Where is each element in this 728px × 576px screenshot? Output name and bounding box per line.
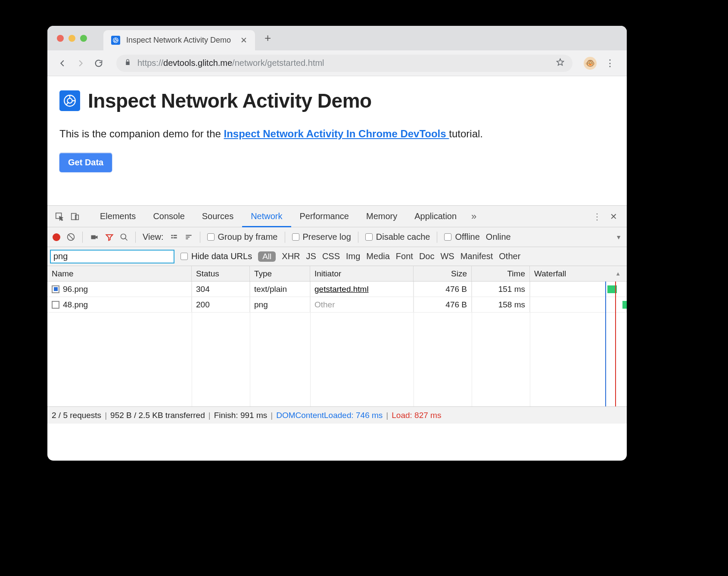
close-window-button[interactable]	[57, 35, 64, 42]
svg-rect-15	[186, 236, 190, 237]
traffic-lights	[57, 35, 87, 42]
url-text: https://devtools.glitch.me/network/getst…	[137, 58, 324, 68]
col-status[interactable]: Status	[192, 266, 250, 281]
camera-icon[interactable]	[90, 233, 99, 241]
filter-css[interactable]: CSS	[322, 251, 340, 261]
group-by-frame-checkbox[interactable]: Group by frame	[207, 232, 278, 242]
filter-js[interactable]: JS	[306, 251, 316, 261]
reload-button[interactable]	[92, 57, 105, 70]
tab-elements[interactable]: Elements	[91, 206, 144, 227]
devtools-tabs: Elements Console Sources Network Perform…	[47, 206, 627, 227]
filter-img[interactable]: Img	[346, 251, 360, 261]
close-tab-icon[interactable]: ✕	[240, 35, 247, 45]
filter-manifest[interactable]: Manifest	[460, 251, 493, 261]
table-row[interactable]: 96.png 304 text/plain getstarted.html 47…	[47, 282, 627, 297]
record-button[interactable]	[53, 233, 60, 241]
col-size[interactable]: Size	[414, 266, 472, 281]
page-heading: Inspect Network Activity Demo	[88, 89, 372, 112]
col-type[interactable]: Type	[250, 266, 310, 281]
sb-transferred: 952 B / 2.5 KB transferred	[110, 411, 205, 420]
svg-rect-12	[171, 237, 173, 238]
grid-header: Name Status Type Initiator Size Time Wat…	[47, 266, 627, 282]
tab-console[interactable]: Console	[144, 206, 193, 227]
filter-ws[interactable]: WS	[440, 251, 454, 261]
col-initiator[interactable]: Initiator	[310, 266, 414, 281]
initiator-link[interactable]: getstarted.html	[314, 285, 369, 294]
svg-rect-8	[91, 235, 96, 239]
devtools-panel: Elements Console Sources Network Perform…	[47, 205, 627, 424]
address-bar[interactable]: https://devtools.glitch.me/network/getst…	[116, 55, 572, 72]
browser-menu-icon[interactable]: ⋮	[605, 58, 615, 69]
forward-button[interactable]	[74, 57, 87, 70]
filter-all-pill[interactable]: All	[258, 251, 276, 262]
svg-rect-10	[171, 235, 173, 236]
favicon-icon	[111, 36, 120, 45]
svg-rect-13	[173, 237, 177, 238]
page-content: Inspect Network Activity Demo This is th…	[47, 76, 627, 205]
filter-icon[interactable]	[105, 233, 114, 242]
load-marker	[615, 282, 616, 406]
col-time[interactable]: Time	[472, 266, 530, 281]
back-button[interactable]	[56, 57, 69, 70]
sb-dcl: DOMContentLoaded: 746 ms	[276, 411, 383, 420]
network-toolbar: View: Group by frame Preserve log Disabl…	[47, 227, 627, 247]
filter-xhr[interactable]: XHR	[282, 251, 300, 261]
disable-cache-checkbox[interactable]: Disable cache	[365, 232, 430, 242]
tab-performance[interactable]: Performance	[291, 206, 358, 227]
filter-font[interactable]: Font	[396, 251, 413, 261]
grid-body: 96.png 304 text/plain getstarted.html 47…	[47, 282, 627, 406]
page-paragraph: This is the companion demo for the Inspe…	[59, 128, 615, 140]
preserve-log-checkbox[interactable]: Preserve log	[292, 232, 351, 242]
svg-rect-11	[173, 235, 177, 236]
table-row[interactable]: 48.png 200 png Other 476 B 158 ms	[47, 297, 627, 313]
minimize-window-button[interactable]	[68, 35, 75, 42]
tab-application[interactable]: Application	[406, 206, 465, 227]
view-label: View:	[143, 232, 164, 242]
new-tab-button[interactable]: +	[264, 31, 271, 45]
large-rows-icon[interactable]	[170, 234, 178, 241]
svg-rect-14	[186, 235, 191, 235]
more-tabs-icon[interactable]: »	[471, 211, 476, 222]
profile-avatar[interactable]: 🐵	[584, 57, 597, 70]
device-toggle-icon[interactable]	[67, 212, 83, 221]
tab-memory[interactable]: Memory	[358, 206, 406, 227]
hide-data-urls-checkbox[interactable]: Hide data URLs	[180, 251, 252, 261]
online-selector[interactable]: Online	[486, 232, 511, 242]
window-titlebar: Inspect Network Activity Demo ✕ +	[47, 26, 627, 50]
file-thumb-icon	[52, 301, 59, 309]
waterfall-bar	[622, 301, 627, 309]
filter-media[interactable]: Media	[366, 251, 389, 261]
devtools-close-icon[interactable]: ✕	[610, 211, 617, 222]
network-grid: Name Status Type Initiator Size Time Wat…	[47, 266, 627, 406]
svg-point-9	[121, 234, 126, 239]
network-status-bar: 2 / 5 requests| 952 B / 2.5 KB transferr…	[47, 406, 627, 424]
tab-title: Inspect Network Activity Demo	[126, 36, 231, 45]
inspect-element-icon[interactable]	[52, 212, 67, 221]
browser-window: Inspect Network Activity Demo ✕ + https:…	[47, 26, 627, 461]
filter-other[interactable]: Other	[499, 251, 520, 261]
browser-tab[interactable]: Inspect Network Activity Demo ✕	[103, 30, 255, 50]
filter-input[interactable]	[50, 250, 174, 263]
lock-icon	[124, 59, 131, 68]
page-logo-icon	[59, 90, 80, 111]
tab-network[interactable]: Network	[242, 206, 291, 227]
bookmark-star-icon[interactable]	[556, 58, 565, 68]
tab-sources[interactable]: Sources	[193, 206, 242, 227]
sb-requests: 2 / 5 requests	[52, 411, 101, 420]
maximize-window-button[interactable]	[80, 35, 87, 42]
tutorial-link[interactable]: Inspect Network Activity In Chrome DevTo…	[224, 128, 449, 139]
overview-icon[interactable]	[184, 234, 193, 241]
sb-load: Load: 827 ms	[392, 411, 441, 420]
get-data-button[interactable]: Get Data	[59, 153, 112, 172]
throttling-dropdown-icon[interactable]: ▼	[616, 234, 622, 241]
network-filter-bar: Hide data URLs All XHR JS CSS Img Media …	[47, 247, 627, 266]
col-name[interactable]: Name	[47, 266, 192, 281]
col-waterfall[interactable]: Waterfall	[530, 266, 627, 281]
file-thumb-icon	[52, 285, 59, 293]
offline-checkbox[interactable]: Offline	[444, 232, 479, 242]
filter-doc[interactable]: Doc	[419, 251, 435, 261]
clear-icon[interactable]	[66, 232, 75, 242]
devtools-menu-icon[interactable]: ⋮	[593, 211, 601, 222]
search-icon[interactable]	[120, 233, 128, 242]
dcl-marker	[605, 282, 606, 406]
